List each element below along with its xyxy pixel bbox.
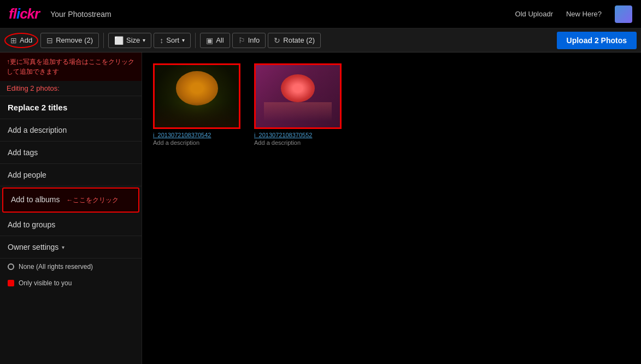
add-button[interactable]: ⊞ Add: [4, 33, 38, 48]
rotate-button[interactable]: ↻ Rotate (2): [268, 33, 321, 48]
owner-caret-icon: ▾: [62, 244, 64, 250]
header: flickr Your Photostream Old Uploadr New …: [0, 0, 641, 28]
all-button[interactable]: ▣ All: [200, 33, 230, 48]
photo-desc-2[interactable]: Add a description: [254, 139, 344, 146]
add-to-groups-item[interactable]: Add to groups: [0, 214, 142, 236]
photo-desc-1[interactable]: Add a description: [153, 139, 243, 146]
separator: [103, 33, 104, 48]
remove-icon: ⊟: [46, 36, 53, 45]
photo-thumb-2[interactable]: [254, 63, 342, 129]
old-uploadr-link[interactable]: Old Uploadr: [515, 10, 553, 18]
info-icon: ⚐: [238, 36, 245, 45]
sort-button[interactable]: ↕ Sort: [154, 33, 191, 48]
size-button[interactable]: ⬜ Size: [108, 33, 151, 48]
flickr-logo: flickr: [9, 5, 39, 22]
radio-visible-icon: [8, 280, 14, 286]
photo-grid: i_2013072108370542 Add a description i_2…: [142, 52, 641, 364]
photo-card-1: i_2013072108370542 Add a description: [153, 63, 243, 146]
add-to-albums-item[interactable]: Add to albums ←ここをクリック: [2, 187, 139, 213]
albums-arrow-note: ←ここをクリック: [66, 196, 119, 204]
photo-name-2[interactable]: i_2013072108370552: [254, 132, 344, 138]
photo-thumb-1[interactable]: [153, 63, 240, 129]
add-description-item[interactable]: Add a description: [0, 119, 142, 142]
photostream-title: Your Photostream: [50, 10, 515, 19]
all-icon: ▣: [206, 36, 213, 45]
only-visible-item: Only visible to you: [0, 275, 142, 291]
add-icon: ⊞: [10, 36, 17, 45]
radio-none-icon: [8, 263, 14, 270]
rotate-icon: ↻: [274, 36, 280, 45]
photo-card-2: i_2013072108370552 Add a description: [254, 63, 344, 146]
sort-icon: ↕: [160, 36, 163, 45]
add-people-item[interactable]: Add people: [0, 164, 142, 186]
none-rights-item: None (All rights reserved): [0, 259, 142, 275]
add-tags-item[interactable]: Add tags: [0, 142, 142, 164]
remove-button[interactable]: ⊟ Remove (2): [40, 33, 99, 48]
replace-titles-item[interactable]: Replace 2 titles: [0, 96, 142, 119]
photo-name-1[interactable]: i_2013072108370542: [153, 132, 243, 138]
main-content: ↑更に写真を追加する場合はここをクリックして追加できます Editing 2 p…: [0, 52, 641, 364]
info-button[interactable]: ⚐ Info: [232, 33, 266, 48]
sidebar: ↑更に写真を追加する場合はここをクリックして追加できます Editing 2 p…: [0, 52, 142, 364]
toolbar: ⊞ Add ⊟ Remove (2) ⬜ Size ↕ Sort ▣ All ⚐…: [0, 28, 641, 52]
editing-label: Editing 2 photos:: [0, 81, 142, 96]
owner-settings-item[interactable]: Owner settings ▾: [0, 236, 142, 259]
separator2: [195, 33, 196, 48]
size-icon: ⬜: [114, 36, 124, 45]
header-nav: Old Uploadr New Here?: [515, 5, 632, 23]
photo-image-2: [256, 65, 340, 127]
upload-button[interactable]: Upload 2 Photos: [557, 32, 637, 49]
avatar[interactable]: [615, 5, 632, 23]
sidebar-notice: ↑更に写真を追加する場合はここをクリックして追加できます: [0, 52, 142, 81]
photo-image-1: [155, 65, 239, 127]
new-here-link[interactable]: New Here?: [566, 10, 602, 18]
